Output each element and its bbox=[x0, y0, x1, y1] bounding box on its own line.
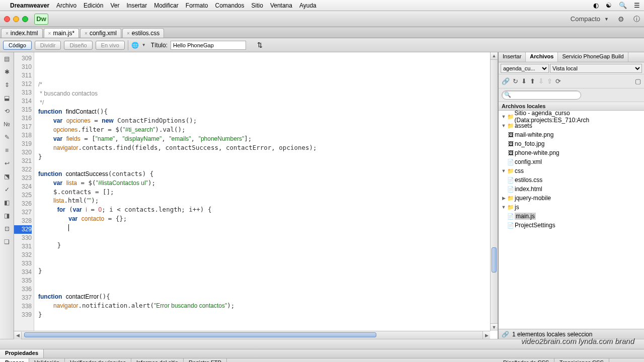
tree-file-config[interactable]: 📄config.xml bbox=[499, 157, 644, 166]
tree-file-mainjs[interactable]: 📄main.js bbox=[499, 212, 644, 221]
properties-tab[interactable]: Propiedades bbox=[0, 349, 44, 358]
menu-ayuda[interactable]: Ayuda bbox=[299, 2, 316, 9]
file-tree[interactable]: ▼📁Sitio - agenda_curso (Data:projects:ES… bbox=[499, 111, 644, 329]
chevron-down-icon[interactable]: ▼ bbox=[142, 43, 146, 47]
tab-informes[interactable]: Informes del sitio bbox=[131, 358, 184, 362]
checkout-icon[interactable]: ⇩ bbox=[538, 77, 544, 85]
sync-icon[interactable]: ⟳ bbox=[555, 77, 561, 85]
menu-formato[interactable]: Formato bbox=[186, 2, 208, 9]
scroll-down-arrow[interactable]: ▼ bbox=[491, 323, 498, 331]
get-icon[interactable]: ⬇ bbox=[521, 77, 527, 85]
document-title-input[interactable] bbox=[171, 41, 246, 50]
minimize-window-button[interactable] bbox=[13, 16, 19, 22]
layout-chevron-icon[interactable]: ▼ bbox=[604, 17, 609, 22]
tab-archivos[interactable]: Archivos bbox=[526, 52, 558, 62]
tab-config-xml[interactable]: ×config.xml bbox=[80, 28, 121, 38]
tree-file[interactable]: 📄estilos.css bbox=[499, 175, 644, 185]
format-icon[interactable]: ✓ bbox=[3, 185, 12, 194]
view-design-button[interactable]: Diseño bbox=[64, 41, 92, 50]
tab-verificador[interactable]: Verificador de vínculos bbox=[65, 358, 131, 362]
tree-file[interactable]: 🖼mail-white.png bbox=[499, 130, 644, 139]
close-tab-icon[interactable]: × bbox=[6, 31, 9, 36]
view-code-button[interactable]: Código bbox=[3, 41, 32, 50]
tab-css-transitions[interactable]: Transiciones CSS bbox=[554, 358, 609, 362]
settings-gear-icon[interactable]: ⚙ bbox=[618, 15, 624, 23]
open-docs-icon[interactable]: ▤ bbox=[3, 54, 12, 63]
expand-icon[interactable]: ▢ bbox=[635, 77, 641, 85]
balance-icon[interactable]: ⟲ bbox=[3, 107, 12, 116]
tree-folder-js[interactable]: ▼📁js bbox=[499, 203, 644, 212]
menu-ventana[interactable]: Ventana bbox=[270, 2, 292, 9]
parent-tag-icon[interactable]: ⬓ bbox=[3, 94, 12, 103]
zoom-window-button[interactable] bbox=[22, 16, 28, 22]
connect-icon[interactable]: 🔗 bbox=[502, 77, 510, 85]
close-tab-icon[interactable]: × bbox=[48, 31, 51, 36]
refresh-icon[interactable]: ⇅ bbox=[257, 41, 263, 49]
tab-ftp[interactable]: Registro FTP bbox=[184, 358, 227, 362]
scroll-thumb-h[interactable] bbox=[24, 332, 376, 337]
view-split-button[interactable]: Dividir bbox=[35, 41, 61, 50]
site-select[interactable]: agenda_cu... bbox=[501, 64, 549, 73]
menu-edicion[interactable]: Edición bbox=[84, 2, 103, 9]
close-tab-icon[interactable]: × bbox=[127, 31, 130, 36]
yin-icon[interactable]: ☯ bbox=[606, 2, 612, 9]
syntax-icon[interactable]: ≡ bbox=[3, 146, 12, 155]
line-num-icon[interactable]: № bbox=[3, 120, 12, 129]
menu-insertar[interactable]: Insertar bbox=[126, 2, 147, 9]
tab-validacion[interactable]: Validación bbox=[29, 358, 65, 362]
tree-folder-jqm[interactable]: ▶📁jquery-mobile bbox=[499, 194, 644, 203]
tree-file-index[interactable]: 📄index.html bbox=[499, 185, 644, 194]
files-search-input[interactable] bbox=[502, 90, 581, 100]
menu-icon[interactable]: ☰ bbox=[634, 2, 640, 9]
vertical-scrollbar[interactable]: ▲ ▼ bbox=[490, 52, 498, 331]
move-icon[interactable]: ⊡ bbox=[3, 224, 12, 233]
tab-insertar[interactable]: Insertar bbox=[499, 52, 526, 62]
highlight-icon[interactable]: ✎ bbox=[3, 133, 12, 142]
tree-file[interactable]: 🖼no_foto.jpg bbox=[499, 139, 644, 148]
sync-icon[interactable]: ◐ bbox=[593, 2, 599, 9]
expand-icon[interactable]: ⇕ bbox=[3, 80, 12, 89]
spotlight-icon[interactable]: 🔍 bbox=[619, 2, 627, 9]
menu-modificar[interactable]: Modificar bbox=[154, 2, 179, 9]
tree-file-psettings[interactable]: 📄ProjectSettings bbox=[499, 221, 644, 230]
view-select[interactable]: Vista local bbox=[550, 64, 642, 73]
scroll-left-arrow[interactable]: ◀ bbox=[14, 332, 22, 339]
tree-file[interactable]: 🖼phone-white.png bbox=[499, 148, 644, 157]
scroll-up-arrow[interactable]: ▲ bbox=[491, 52, 498, 60]
tree-folder-css[interactable]: ▼📁css bbox=[499, 166, 644, 175]
tab-estilos-css[interactable]: ×estilos.css bbox=[122, 28, 164, 38]
browser-preview-icon[interactable]: 🌐 bbox=[131, 42, 139, 49]
link-icon[interactable]: 🔗 bbox=[502, 331, 509, 338]
checkin-icon[interactable]: ⇧ bbox=[547, 77, 552, 85]
menu-archivo[interactable]: Archivo bbox=[56, 2, 76, 9]
tree-root[interactable]: ▼📁Sitio - agenda_curso (Data:projects:ES… bbox=[499, 112, 644, 121]
horizontal-scrollbar[interactable]: ◀ ▶ bbox=[14, 331, 490, 339]
view-live-button[interactable]: En vivo bbox=[96, 41, 125, 50]
tab-index-html[interactable]: ×index.html bbox=[1, 28, 43, 38]
tab-main-js[interactable]: ×main.js* bbox=[44, 28, 79, 38]
app-name[interactable]: Dreamweaver bbox=[10, 2, 49, 9]
close-tab-icon[interactable]: × bbox=[85, 31, 88, 36]
layout-compact-label[interactable]: Compacto bbox=[571, 15, 600, 23]
code-editor[interactable]: 3093103113123133143153163173183193203213… bbox=[14, 52, 498, 339]
recent-icon[interactable]: ◨ bbox=[3, 211, 12, 220]
menu-comandos[interactable]: Comandos bbox=[215, 2, 245, 9]
view-mode-bar: Código Dividir Diseño En vivo 🌐 ▼ Título… bbox=[0, 38, 644, 52]
tab-phonegap[interactable]: Servicio PhoneGap Build bbox=[558, 52, 628, 62]
put-icon[interactable]: ⬆ bbox=[530, 77, 535, 85]
close-window-button[interactable] bbox=[4, 16, 10, 22]
snippet-icon[interactable]: ◧ bbox=[3, 198, 12, 207]
help-icon[interactable]: ⓘ bbox=[633, 15, 640, 24]
comment-icon[interactable]: ❏ bbox=[3, 237, 12, 246]
code-content[interactable]: /* * buscando contactos */ function find… bbox=[34, 52, 498, 339]
menu-ver[interactable]: Ver bbox=[110, 2, 119, 9]
menu-sitio[interactable]: Sitio bbox=[252, 2, 263, 9]
indent-icon[interactable]: ⬔ bbox=[3, 172, 12, 181]
collapse-icon[interactable]: ✱ bbox=[3, 67, 12, 76]
wrap-icon[interactable]: ↩ bbox=[3, 159, 12, 168]
scroll-right-arrow[interactable]: ▶ bbox=[482, 331, 490, 339]
tab-buscar[interactable]: Buscar bbox=[0, 358, 29, 362]
refresh-icon[interactable]: ↻ bbox=[513, 77, 518, 85]
scroll-thumb[interactable] bbox=[492, 247, 497, 273]
tab-css-designer[interactable]: Diseñador de CSS bbox=[498, 358, 554, 362]
